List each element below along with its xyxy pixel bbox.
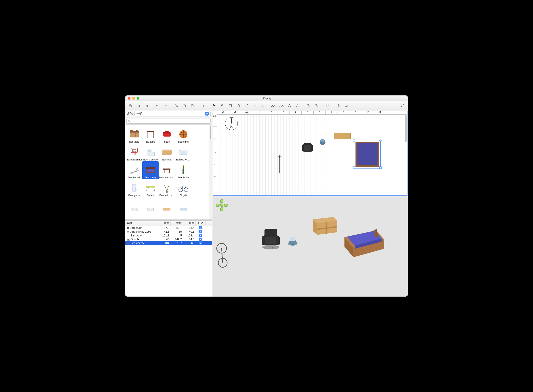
catalog-item-label: Basketball xyxy=(178,140,189,143)
paste-button[interactable] xyxy=(189,102,196,109)
catalog-item[interactable] xyxy=(159,197,175,215)
search-input[interactable] xyxy=(126,118,211,124)
table-row[interactable]: Bicycle46149.284.3 xyxy=(125,237,212,241)
catalog-grid[interactable]: Bar tableBar tableBasinBasketballBasketb… xyxy=(125,125,209,219)
table-row[interactable]: Armchair97.882.188.5 xyxy=(125,226,212,230)
plan-object-imac[interactable] xyxy=(320,138,326,146)
pan-tool[interactable] xyxy=(218,102,226,109)
catalog-item[interactable] xyxy=(142,197,159,215)
3d-object-bicycle[interactable] xyxy=(215,242,231,268)
open-button[interactable] xyxy=(134,102,142,109)
add-furniture-button[interactable] xyxy=(199,102,207,109)
catalog-item-label: Bed cherry xyxy=(144,176,156,179)
search-field[interactable] xyxy=(132,119,209,123)
row-icon xyxy=(126,242,130,245)
new-button[interactable] xyxy=(126,102,134,109)
text-decrease-button[interactable]: AA xyxy=(278,102,285,109)
catalog-item-label: Bathtub jet s... xyxy=(176,158,191,161)
table-row[interactable]: Apple iMac 199842.55040.1 xyxy=(125,230,212,233)
catalog-item[interactable]: Basketball xyxy=(175,126,192,144)
video-button[interactable] xyxy=(343,102,350,109)
catalog-item[interactable]: Bicycle xyxy=(175,179,192,197)
col-visible[interactable]: 可见 xyxy=(196,221,205,226)
create-dimension-tool[interactable]: 10 xyxy=(251,102,258,109)
catalog-item[interactable]: Beer glass xyxy=(126,179,142,197)
catalog-item[interactable]: Bench xyxy=(142,179,159,197)
plan-object-bicycle[interactable] xyxy=(278,155,282,173)
text-italic-button[interactable]: A xyxy=(294,102,301,109)
col-height[interactable]: 高度 xyxy=(183,221,196,226)
copy-button[interactable] xyxy=(181,102,188,109)
resize-handle-se[interactable] xyxy=(379,167,381,169)
visible-checkbox[interactable] xyxy=(199,234,202,237)
svg-rect-24 xyxy=(147,131,154,132)
nav-up[interactable] xyxy=(221,200,223,203)
resize-handle-sw[interactable] xyxy=(353,167,355,169)
nav-left[interactable] xyxy=(216,204,219,206)
zoom-out-button[interactable] xyxy=(313,102,320,109)
visible-checkbox[interactable] xyxy=(199,241,202,244)
nav-center[interactable] xyxy=(220,204,223,207)
catalog-item[interactable]: Beach chair xyxy=(126,161,142,179)
table-row[interactable]: Bar table121.145108.4 xyxy=(125,233,212,237)
svg-rect-30 xyxy=(163,133,171,136)
catalog-item[interactable]: Basketball net xyxy=(126,144,142,161)
catalog-item[interactable]: Bathmat xyxy=(159,144,175,161)
plan-scrollbar[interactable] xyxy=(405,115,407,142)
3d-view[interactable] xyxy=(213,197,408,296)
snap-button[interactable] xyxy=(324,102,331,109)
catalog-item[interactable]: Beer bottle xyxy=(175,161,192,179)
catalog-item[interactable]: Bedside tabl... xyxy=(159,161,175,179)
undo-button[interactable] xyxy=(153,102,161,109)
plan-object-bartable[interactable] xyxy=(334,133,351,140)
category-select[interactable]: 全部 xyxy=(134,111,211,117)
visible-checkbox[interactable] xyxy=(199,226,202,229)
catalog-item[interactable]: Basin xyxy=(159,126,175,144)
scrollbar-thumb[interactable] xyxy=(210,126,211,139)
col-depth[interactable]: 深度 xyxy=(171,221,183,226)
visible-checkbox[interactable] xyxy=(199,230,202,233)
catalog-item[interactable]: Bar table xyxy=(126,126,142,144)
catalog-item[interactable]: Bath L shape xyxy=(142,144,159,161)
catalog-item[interactable] xyxy=(175,197,192,215)
catalog-item[interactable] xyxy=(126,197,142,215)
3d-object-bed[interactable] xyxy=(338,224,385,262)
plan-object-armchair[interactable] xyxy=(301,142,314,154)
zoom-in-button[interactable] xyxy=(305,102,312,109)
photo-button[interactable] xyxy=(335,102,342,109)
catalog-item-label: Bath L shape xyxy=(143,158,158,161)
cut-button[interactable] xyxy=(172,102,180,109)
text-bold-button[interactable]: A xyxy=(286,102,293,109)
3d-object-bartable[interactable] xyxy=(311,213,338,237)
visible-checkbox[interactable] xyxy=(199,238,202,241)
plan-view[interactable]: -2-10米1234567891011 0米12345 N xyxy=(213,111,408,196)
catalog-item[interactable]: Bed cherry xyxy=(142,161,159,179)
help-button[interactable] xyxy=(399,102,407,109)
3d-object-imac[interactable] xyxy=(286,233,299,246)
table-row[interactable]: Bed cherry18419765 xyxy=(125,241,212,245)
create-label-tool[interactable]: A+ xyxy=(259,102,266,109)
ruler-tick: 2 xyxy=(213,139,217,151)
catalog-scrollbar[interactable] xyxy=(209,125,212,219)
nav-right[interactable] xyxy=(224,204,227,206)
create-walls-tool[interactable] xyxy=(227,102,234,109)
nav-down[interactable] xyxy=(221,208,223,211)
save-button[interactable] xyxy=(143,102,150,109)
3d-nav-widget[interactable] xyxy=(216,199,228,211)
catalog-item[interactable]: Bended coc... xyxy=(159,179,175,197)
create-polyline-tool[interactable] xyxy=(243,102,250,109)
select-tool[interactable] xyxy=(210,102,218,109)
text-increase-button[interactable]: AA xyxy=(270,102,277,109)
rotate-handle-ne[interactable] xyxy=(379,139,381,141)
catalog-item[interactable]: Bathtub jet s... xyxy=(175,144,192,161)
col-width[interactable]: 宽度 xyxy=(158,221,171,226)
redo-button[interactable] xyxy=(162,102,169,109)
row-depth: 149.2 xyxy=(171,238,183,241)
create-room-tool[interactable] xyxy=(235,102,242,109)
col-name[interactable]: 名称 xyxy=(125,221,158,226)
resize-handle-nw[interactable] xyxy=(353,139,355,141)
3d-object-armchair[interactable] xyxy=(260,226,282,251)
search-icon xyxy=(128,120,131,122)
catalog-item[interactable]: Bar table xyxy=(142,126,159,144)
row-height: 84.3 xyxy=(183,238,196,241)
